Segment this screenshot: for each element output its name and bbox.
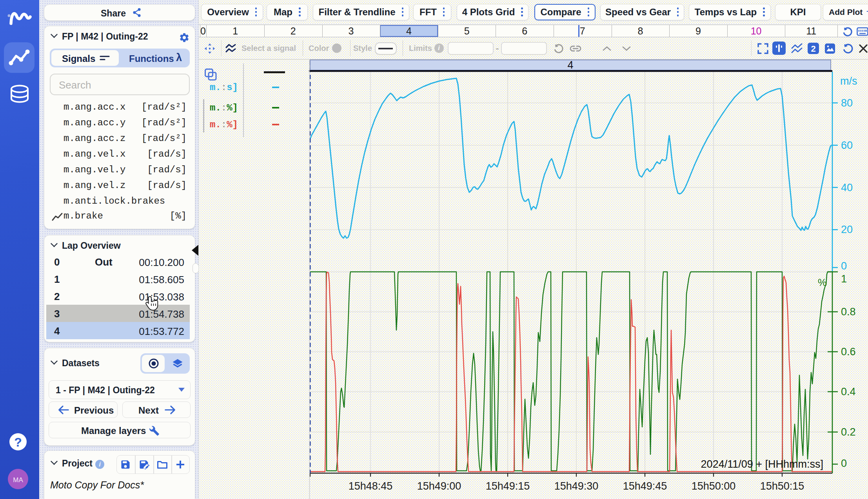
svg-text:15h50:00: 15h50:00 [692,480,736,492]
svg-text:80: 80 [841,97,853,109]
svg-text:2024/11/09 + [HHhmm:ss]: 2024/11/09 + [HHhmm:ss] [701,458,823,470]
svg-text:0.2: 0.2 [841,426,856,438]
svg-text:4: 4 [567,59,573,71]
svg-text:m/s: m/s [840,75,857,87]
svg-text:15h49:30: 15h49:30 [554,480,599,492]
svg-text:20: 20 [841,224,853,235]
svg-text:0.6: 0.6 [841,346,856,358]
svg-text:15h49:00: 15h49:00 [417,480,461,492]
svg-text:15h50:15: 15h50:15 [760,480,804,492]
svg-text:15h49:15: 15h49:15 [486,480,530,492]
svg-text:%: % [818,277,826,288]
svg-text:0: 0 [841,457,847,469]
svg-text:15h48:45: 15h48:45 [349,480,393,492]
svg-text:40: 40 [841,182,853,193]
svg-text:0.4: 0.4 [841,386,856,398]
svg-text:0.8: 0.8 [841,306,856,318]
svg-text:1: 1 [841,273,847,285]
svg-text:15h49:45: 15h49:45 [623,480,667,492]
svg-text:60: 60 [841,139,853,151]
svg-text:0: 0 [841,260,847,272]
